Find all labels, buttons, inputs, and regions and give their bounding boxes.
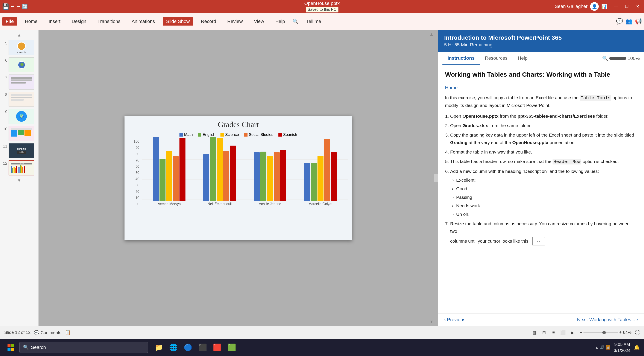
- slide-thumb-7[interactable]: 7: [2, 74, 37, 90]
- slide-scroll-down[interactable]: ▼: [429, 319, 434, 324]
- chart-legend: Math English Science Social Studies Span…: [129, 132, 348, 137]
- ribbon-tab-insert[interactable]: Insert: [45, 18, 64, 26]
- taskbar-search-placeholder: Search: [31, 344, 46, 350]
- restore-button[interactable]: ❐: [622, 3, 631, 10]
- ribbon-tab-transitions[interactable]: Transitions: [94, 18, 124, 26]
- prev-label: Previous: [447, 317, 466, 322]
- bar-axmed-english: [160, 159, 166, 201]
- close-button[interactable]: ✕: [633, 3, 642, 10]
- slide-thumbnail-5: Chart Info: [8, 40, 34, 55]
- taskbar-powerpoint[interactable]: 🟥: [211, 342, 224, 353]
- taskbar-excel[interactable]: 🟩: [226, 342, 238, 353]
- minimize-button[interactable]: —: [612, 3, 620, 10]
- slide-thumb-12[interactable]: 12 Grades: [2, 160, 37, 176]
- slide-thumb-9[interactable]: 9 🌍: [2, 108, 37, 124]
- slide-container: Grades Chart Math English Science Soci: [124, 116, 352, 240]
- slide-scroll-up[interactable]: ▲: [429, 32, 434, 37]
- bar-marcello-english: [311, 163, 317, 201]
- ribbon-tab-slideshow[interactable]: Slide Show: [163, 18, 193, 26]
- slide-thumbnail-9: 🌍: [8, 109, 34, 124]
- slide-chart-title: Grades Chart: [129, 120, 348, 129]
- notification-icon[interactable]: 🔔: [634, 344, 640, 350]
- next-label: Next: Working with Tables...: [577, 317, 635, 322]
- grid-view-button[interactable]: ⊞: [540, 329, 548, 336]
- title-filename: OpenHouse.pptx: [304, 1, 340, 6]
- bar-label-achille: Achille Jeanne: [259, 202, 281, 206]
- ribbon-tab-design[interactable]: Design: [68, 18, 90, 26]
- bar-group-achille: Achille Jeanne: [254, 150, 286, 206]
- tab-instructions[interactable]: Instructions: [442, 52, 480, 65]
- tab-search-icon[interactable]: 🔍: [602, 56, 608, 61]
- taskbar-chrome-browser[interactable]: 🔵: [182, 342, 194, 353]
- ribbon-tab-view[interactable]: View: [250, 18, 268, 26]
- bar-achille-spanish: [280, 150, 286, 201]
- comments-icon[interactable]: 💬: [616, 18, 623, 25]
- zoom-track[interactable]: [584, 332, 618, 333]
- taskbar-file-explorer[interactable]: 📁: [152, 342, 165, 353]
- taskbar-clock[interactable]: 9:05 AM 3/1/2024: [614, 342, 630, 354]
- sidebar-tabs: Instructions Resources Help 🔍 100%: [438, 52, 644, 65]
- legend-math: Math: [180, 132, 193, 137]
- cursor-icon: ↔: [532, 237, 545, 246]
- step-5: This table has a header row, so make sur…: [450, 158, 637, 166]
- slide-thumb-6[interactable]: 6: [2, 57, 37, 73]
- scroll-up-arrow[interactable]: ▲: [2, 32, 37, 38]
- slide-num-8: 8: [2, 92, 7, 97]
- notes-icon[interactable]: 📋: [65, 330, 71, 336]
- comments-button[interactable]: 💬 Comments: [34, 330, 61, 335]
- taskbar-terminal[interactable]: ⬛: [196, 342, 209, 353]
- slide-thumb-5[interactable]: 5 Chart Info: [2, 40, 37, 56]
- progress-bar-bg: [609, 57, 626, 60]
- legend-color-english: [198, 133, 201, 136]
- step-4: Format the table in any way that you lik…: [450, 148, 637, 156]
- normal-view-button[interactable]: ▦: [531, 329, 538, 336]
- next-button[interactable]: Next: Working with Tables... ›: [577, 317, 638, 322]
- ribbon-tab-record[interactable]: Record: [198, 18, 220, 26]
- tab-resources[interactable]: Resources: [480, 52, 512, 65]
- list-view-button[interactable]: ≡: [550, 329, 558, 336]
- zoom-thumb[interactable]: [602, 331, 606, 334]
- slide-thumb-10[interactable]: 10: [2, 126, 37, 142]
- ribbon-tab-review[interactable]: Review: [224, 18, 246, 26]
- ribbon-tab-help[interactable]: Help: [272, 18, 288, 26]
- ribbon-tab-animations[interactable]: Animations: [128, 18, 158, 26]
- taskbar-search-bar[interactable]: 🔍 Search: [19, 342, 148, 353]
- fit-slide-icon[interactable]: ⛶: [635, 330, 640, 336]
- ribbon-tab-file[interactable]: File: [2, 18, 17, 26]
- instructions-sidebar: Introduction to Microsoft PowerPoint 365…: [438, 30, 644, 326]
- status-bar: Slide 12 of 12 💬 Comments 📋 ▦ ⊞ ≡ ⬜ ▶ − …: [0, 326, 644, 339]
- slideshow-view-button[interactable]: ▶: [569, 329, 576, 336]
- bar-neil-math: [203, 154, 209, 201]
- home-link[interactable]: Home: [445, 84, 637, 92]
- ribbon-tab-tellme[interactable]: Tell me: [303, 18, 324, 26]
- taskbar-edge-browser[interactable]: 🌐: [167, 342, 180, 353]
- sub-item-excellent: Excellent!: [456, 176, 637, 184]
- present-icon[interactable]: 📊: [601, 4, 607, 9]
- bar-axmed-science: [166, 151, 172, 201]
- prev-button[interactable]: ‹ Previous: [444, 317, 466, 322]
- reading-view-button[interactable]: ⬜: [559, 329, 567, 336]
- tab-help[interactable]: Help: [512, 52, 532, 65]
- zoom-out-icon[interactable]: −: [580, 330, 582, 335]
- search-icon: 🔍: [292, 19, 298, 24]
- start-button[interactable]: [4, 342, 17, 353]
- sub-list-values: Excellent! Good Passing Needs work Uh oh…: [450, 176, 637, 218]
- slide-scroll-thumb[interactable]: [434, 174, 438, 182]
- scroll-down-arrow[interactable]: ▼: [2, 177, 37, 184]
- save-icon[interactable]: 💾: [2, 3, 9, 10]
- system-tray-icons: ▲ 🔊 📶: [595, 345, 610, 350]
- present-ribbon-icon[interactable]: 📢: [635, 18, 642, 25]
- undo-icon[interactable]: ↩: [11, 4, 14, 9]
- redo-icon[interactable]: ↪: [16, 4, 20, 9]
- bar-achille-social: [274, 152, 280, 201]
- zoom-in-icon[interactable]: +: [619, 330, 622, 335]
- ribbon-tab-home[interactable]: Home: [22, 18, 41, 26]
- share-icon[interactable]: 👥: [626, 18, 632, 25]
- repeat-icon[interactable]: 🔄: [22, 4, 28, 9]
- slide-thumb-8[interactable]: 8: [2, 91, 37, 107]
- zoom-percent: 64%: [623, 330, 632, 335]
- step-3: Copy the grading key data in the upper l…: [450, 131, 637, 146]
- step-1: Open OpenHouse.pptx from the ppt-365-tab…: [450, 112, 637, 120]
- y-label-20: 20: [136, 190, 139, 194]
- slide-thumb-11[interactable]: 11 GRADING Table: [2, 143, 37, 159]
